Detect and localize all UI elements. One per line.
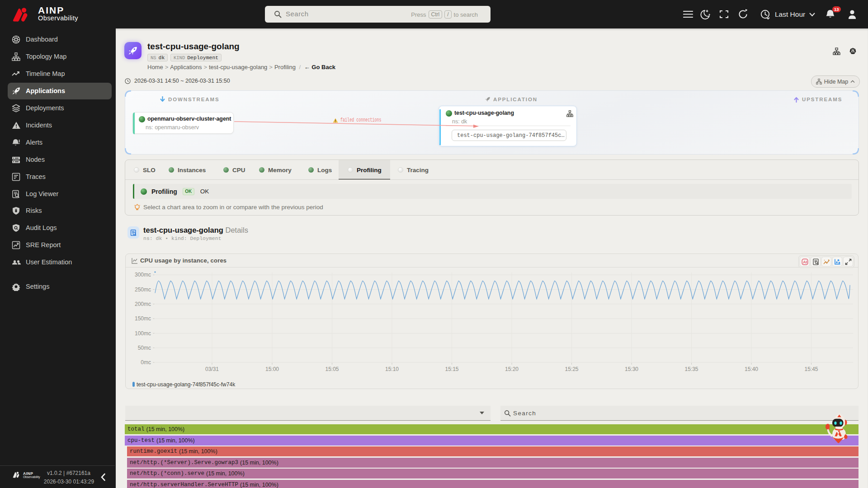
- svg-text:15:45: 15:45: [804, 366, 818, 372]
- svg-text:0mc: 0mc: [141, 359, 151, 366]
- svg-text:15:25: 15:25: [565, 366, 578, 372]
- svg-text:15:30: 15:30: [625, 366, 638, 372]
- svg-text:03/31: 03/31: [205, 366, 219, 372]
- svg-text:300mc: 300mc: [135, 272, 151, 278]
- svg-text:50mc: 50mc: [138, 345, 151, 351]
- svg-text:15:10: 15:10: [385, 366, 399, 372]
- svg-text:150mc: 150mc: [135, 315, 151, 322]
- svg-text:15:05: 15:05: [325, 366, 339, 372]
- svg-text:15:00: 15:00: [265, 366, 279, 372]
- svg-text:15:35: 15:35: [684, 366, 698, 372]
- svg-text:250mc: 250mc: [135, 286, 151, 293]
- svg-text:15:15: 15:15: [445, 366, 458, 372]
- svg-text:100mc: 100mc: [135, 330, 151, 337]
- svg-text:15:40: 15:40: [745, 366, 758, 372]
- svg-text:AI: AI: [803, 260, 807, 264]
- svg-text:test-cpu-usage-golang-74f857f4: test-cpu-usage-golang-74f857f45c-fw74k: [137, 381, 236, 388]
- svg-text:200mc: 200mc: [135, 301, 151, 307]
- svg-text:15:20: 15:20: [505, 366, 519, 372]
